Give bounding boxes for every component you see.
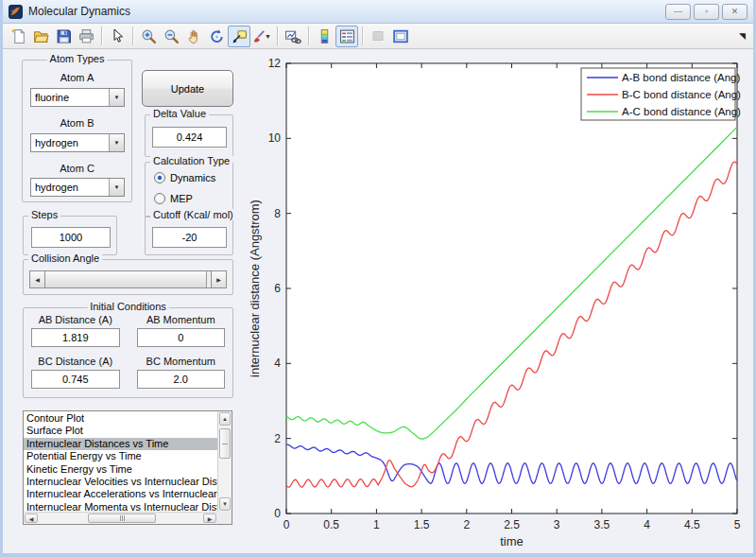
list-item[interactable]: Surface Plot	[24, 425, 217, 437]
brush-icon[interactable]: ▼	[250, 26, 273, 47]
maximize-button[interactable]: ▫	[694, 4, 719, 20]
show-plot-tools-icon[interactable]	[389, 26, 412, 47]
data-cursor-icon[interactable]	[228, 26, 250, 47]
x-tick-label: 3	[554, 518, 560, 531]
chevron-down-icon[interactable]: ▼	[109, 179, 124, 196]
radio-mep-icon[interactable]	[154, 193, 165, 204]
bc-distance-field[interactable]: 0.745	[31, 370, 120, 389]
colorbar-icon[interactable]	[313, 26, 335, 47]
horizontal-scroll-thumb[interactable]	[88, 513, 156, 523]
x-tick-label: 4	[644, 518, 650, 531]
scroll-left-icon[interactable]: ◀	[25, 513, 38, 523]
legend-icon[interactable]	[335, 26, 358, 47]
update-button[interactable]: Update	[142, 70, 233, 107]
slider-right-arrow-icon[interactable]: ▶	[211, 271, 226, 287]
legend-entry-label: B-C bond distance (Ang)	[622, 89, 741, 100]
scroll-down-icon[interactable]: ▼	[219, 497, 231, 511]
scroll-right-icon[interactable]: ▶	[203, 513, 216, 523]
chevron-down-icon[interactable]: ▼	[109, 134, 124, 151]
toolbar-overflow-icon[interactable]: ◥	[739, 31, 746, 41]
pan-icon[interactable]	[182, 26, 205, 47]
y-tick-label: 10	[268, 131, 282, 145]
toolbar-separator	[308, 26, 309, 45]
ab-distance-field[interactable]: 1.819	[31, 328, 120, 347]
steps-field[interactable]: 1000	[31, 227, 111, 248]
horizontal-scrollbar[interactable]: ◀ ▶	[24, 512, 217, 524]
vertical-scroll-thumb[interactable]	[219, 428, 231, 459]
radio-mep-label: MEP	[170, 193, 193, 204]
y-tick-label: 8	[274, 207, 281, 220]
x-tick-label: 5	[734, 518, 741, 531]
steps-title: Steps	[28, 209, 60, 220]
title-bar: Molecular Dynamics — ▫ ✕	[3, 0, 753, 24]
atom-c-value: hydrogen	[31, 179, 109, 196]
y-tick-label: 0	[274, 507, 281, 520]
cutoff-field[interactable]: -20	[152, 227, 227, 248]
print-icon[interactable]	[75, 26, 97, 47]
cutoff-title: Cutoff (Kcal/ mol)	[150, 209, 236, 220]
toolbar-separator	[101, 26, 102, 45]
vertical-scrollbar[interactable]: ▲ ▼	[217, 411, 232, 512]
delta-value-field[interactable]: 0.424	[152, 127, 227, 148]
ab-momentum-field[interactable]: 0	[137, 328, 226, 347]
x-tick-label: 3.5	[594, 518, 610, 531]
legend-entry-label: A-B bond distance (Ang)	[622, 72, 740, 83]
collision-angle-slider[interactable]: ◀ ▶	[29, 270, 227, 288]
new-document-icon[interactable]	[7, 26, 29, 47]
radio-dynamics-label: Dynamics	[170, 172, 215, 183]
bc-momentum-field[interactable]: 2.0	[137, 370, 226, 389]
x-axis-label: time	[500, 534, 524, 548]
zoom-out-icon[interactable]	[160, 26, 182, 47]
slider-left-arrow-icon[interactable]: ◀	[30, 271, 45, 287]
legend[interactable]: A-B bond distance (Ang)B-C bond distance…	[581, 68, 741, 120]
minimize-button[interactable]: —	[665, 4, 691, 20]
steps-group: Steps 1000	[23, 216, 117, 255]
radio-dynamics[interactable]: Dynamics	[154, 172, 215, 183]
atom-b-value: hydrogen	[31, 134, 109, 151]
ab-momentum-label: AB Momentum	[137, 314, 226, 325]
hide-plot-tools-icon[interactable]	[367, 26, 389, 47]
y-axis-label: internuclear distance (Angstrom)	[248, 200, 262, 377]
save-icon[interactable]	[52, 26, 75, 47]
slider-thumb[interactable]	[45, 271, 207, 287]
atom-b-dropdown[interactable]: hydrogen ▼	[30, 133, 125, 152]
list-item[interactable]: Internuclear Velocities vs Internuclear …	[24, 476, 217, 488]
x-tick-label: 1	[373, 518, 380, 531]
rotate-3d-icon[interactable]	[205, 26, 228, 47]
scroll-up-icon[interactable]: ▲	[219, 412, 231, 426]
zoom-in-icon[interactable]	[137, 26, 160, 47]
brush-dropdown-caret[interactable]: ▼	[265, 33, 271, 40]
atom-a-dropdown[interactable]: fluorine ▼	[30, 88, 125, 107]
app-window: Molecular Dynamics — ▫ ✕	[0, 0, 756, 557]
plot-type-listbox[interactable]: Contour PlotSurface PlotInternuclear Dis…	[23, 410, 232, 525]
y-tick-label: 2	[274, 432, 281, 445]
x-tick-label: 4.5	[684, 518, 700, 531]
x-tick-label: 1.5	[414, 518, 430, 531]
chevron-down-icon[interactable]: ▼	[109, 89, 124, 106]
x-tick-label: 2.5	[504, 518, 520, 531]
initial-conditions-title: Initial Conditions	[87, 301, 169, 312]
calculation-type-title: Calculation Type	[150, 155, 232, 166]
list-item[interactable]: Internuclear Accelerations vs Internucle…	[24, 488, 217, 500]
initial-conditions-group: Initial Conditions AB Distance (A) 1.819…	[23, 307, 233, 398]
atom-c-dropdown[interactable]: hydrogen ▼	[30, 178, 125, 197]
ab-distance-label: AB Distance (A)	[31, 314, 120, 325]
radio-mep[interactable]: MEP	[154, 193, 193, 204]
list-item[interactable]: Internuclear Momenta vs Internuclear Dis…	[24, 501, 217, 512]
list-item[interactable]: Kinetic Energy vs Time	[24, 463, 217, 476]
radio-dynamics-icon[interactable]	[154, 172, 165, 183]
plot-area: 00.511.522.533.544.55024681012timeintern…	[247, 52, 756, 549]
list-item[interactable]: Potential Energy vs Time	[24, 450, 217, 462]
close-button[interactable]: ✕	[722, 4, 747, 20]
toolbar-separator	[132, 26, 133, 45]
link-plot-icon[interactable]	[282, 26, 304, 47]
list-item[interactable]: Internuclear Distances vs Time	[24, 438, 217, 450]
list-item[interactable]: Contour Plot	[24, 412, 217, 425]
y-tick-label: 12	[268, 57, 282, 70]
x-tick-label: 2	[463, 518, 470, 531]
x-tick-label: 0	[284, 518, 290, 531]
open-folder-icon[interactable]	[29, 26, 52, 47]
pointer-icon[interactable]	[106, 26, 129, 47]
figure-client-area: Atom Types Atom A fluorine ▼ Atom B hydr…	[3, 49, 753, 553]
scrollbar-corner	[217, 512, 232, 524]
